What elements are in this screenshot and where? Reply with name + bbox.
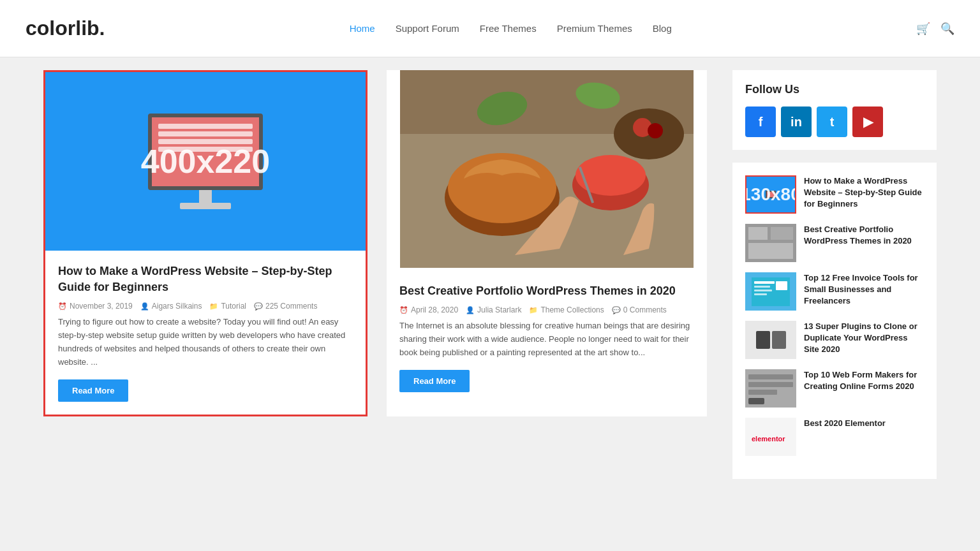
sidebar-image-size-label: 130x80 — [745, 184, 796, 205]
post-author-1: Aigars Silkains — [140, 302, 202, 311]
screen-line-1 — [158, 124, 253, 129]
nav-icon-group: 🛒 🔍 — [916, 22, 954, 36]
post-comments-1: 225 Comments — [254, 302, 317, 311]
recent-post-item-3: Top 12 Free Invoice Tools for Small Busi… — [745, 272, 924, 311]
svg-rect-20 — [754, 293, 767, 295]
post-title-2: Best Creative Portfolio WordPress Themes… — [399, 283, 694, 299]
recent-post-title-3[interactable]: Top 12 Free Invoice Tools for Small Busi… — [804, 272, 924, 307]
post-meta-2: April 28, 2020 Julia Starlark Theme Coll… — [399, 305, 694, 314]
post-title-1: How to Make a WordPress Website – Step-b… — [58, 263, 353, 295]
content-area: 400x220 How to Make a WordPress Website … — [43, 70, 707, 479]
recent-post-title-5[interactable]: Top 10 Web Form Makers for Creating Onli… — [804, 369, 924, 392]
recent-post-thumb-2[interactable] — [745, 224, 796, 262]
site-logo[interactable]: colorlib. — [26, 17, 105, 40]
recent-post-thumb-1[interactable]: 130x80 — [745, 175, 796, 214]
svg-rect-21 — [776, 281, 787, 290]
recent-post-item-4: 13 Super Plugins to Clone or Duplicate Y… — [745, 321, 924, 359]
thumb-plugins-4 — [745, 321, 796, 359]
recent-posts-section: 130x80 How to Make a WordPress Website –… — [732, 163, 937, 479]
post-author-2: Julia Starlark — [466, 305, 521, 314]
post-image-2 — [387, 70, 707, 268]
follow-us-section: Follow Us f in t ▶ — [732, 70, 937, 150]
screen-line-2 — [158, 131, 253, 136]
svg-rect-14 — [771, 227, 793, 240]
svg-rect-18 — [754, 286, 770, 288]
post-meta-1: November 3, 2019 Aigars Silkains Tutoria… — [58, 302, 353, 311]
svg-rect-23 — [748, 374, 793, 379]
invoice-thumb-svg — [752, 277, 790, 306]
post-excerpt-2: The Internet is an absolute blessing for… — [399, 320, 694, 359]
plugin-icon-1 — [756, 331, 770, 349]
portfolio-thumb-svg — [745, 224, 796, 262]
twitter-button[interactable]: t — [817, 107, 847, 137]
svg-text:elementor: elementor — [752, 435, 785, 443]
thumb-elementor-6: elementor — [745, 418, 796, 456]
main-container: 400x220 How to Make a WordPress Website … — [18, 57, 962, 492]
read-more-button-2[interactable]: Read More — [399, 370, 470, 392]
recent-post-title-1[interactable]: How to Make a WordPress Website – Step-b… — [804, 175, 924, 210]
recent-post-item-1: 130x80 How to Make a WordPress Website –… — [745, 175, 924, 214]
recent-post-title-6[interactable]: Best 2020 Elementor — [804, 418, 886, 429]
site-header: colorlib. Home Support Forum Free Themes… — [0, 0, 980, 57]
recent-post-thumb-5[interactable] — [745, 369, 796, 408]
sidebar: Follow Us f in t ▶ 130x80 How to Make a … — [732, 70, 937, 479]
elementor-thumb-svg: elementor — [748, 421, 793, 453]
post-body-2: Best Creative Portfolio WordPress Themes… — [387, 270, 707, 405]
posts-row: 400x220 How to Make a WordPress Website … — [43, 70, 707, 416]
recent-post-title-2[interactable]: Best Creative Portfolio WordPress Themes… — [804, 224, 924, 247]
recent-post-thumb-4[interactable] — [745, 321, 796, 359]
post-card-2: Best Creative Portfolio WordPress Themes… — [387, 70, 707, 416]
monitor-stand-neck — [199, 190, 212, 203]
svg-rect-24 — [748, 382, 793, 387]
cart-icon[interactable]: 🛒 — [916, 22, 930, 36]
svg-rect-15 — [748, 243, 793, 259]
main-nav: Home Support Forum Free Themes Premium T… — [350, 23, 672, 34]
post-image-wrapper-2[interactable] — [387, 70, 707, 270]
nav-free-themes[interactable]: Free Themes — [480, 23, 537, 34]
svg-rect-13 — [748, 227, 768, 240]
linkedin-button[interactable]: in — [781, 107, 812, 137]
post-body-1: How to Make a WordPress Website – Step-b… — [45, 251, 366, 415]
nav-premium-themes[interactable]: Premium Themes — [557, 23, 632, 34]
follow-us-title: Follow Us — [745, 83, 924, 96]
nav-blog[interactable]: Blog — [653, 23, 672, 34]
recent-post-title-4[interactable]: 13 Super Plugins to Clone or Duplicate Y… — [804, 321, 924, 356]
post-category-1: Tutorial — [209, 302, 246, 311]
svg-rect-19 — [754, 290, 772, 291]
recent-post-thumb-6[interactable]: elementor — [745, 418, 796, 456]
svg-point-9 — [648, 123, 663, 138]
youtube-button[interactable]: ▶ — [852, 107, 883, 137]
post-excerpt-1: Trying to figure out how to create a web… — [58, 316, 353, 369]
nav-support-forum[interactable]: Support Forum — [396, 23, 459, 34]
svg-rect-25 — [748, 390, 777, 395]
plugin-icon-2 — [772, 331, 786, 349]
post-date-1: November 3, 2019 — [58, 302, 133, 311]
recent-post-item-5: Top 10 Web Form Makers for Creating Onli… — [745, 369, 924, 408]
facebook-button[interactable]: f — [745, 107, 776, 137]
post-image-wrapper-1[interactable]: 400x220 — [45, 72, 366, 251]
social-icons: f in t ▶ — [745, 107, 924, 137]
post-card-1: 400x220 How to Make a WordPress Website … — [43, 70, 368, 416]
search-icon[interactable]: 🔍 — [940, 22, 954, 36]
svg-rect-17 — [754, 281, 775, 284]
read-more-button-1[interactable]: Read More — [58, 379, 128, 402]
thumb-invoice-3 — [745, 272, 796, 311]
recent-post-thumb-3[interactable] — [745, 272, 796, 311]
webforms-thumb-svg — [745, 369, 796, 408]
nav-home[interactable]: Home — [350, 23, 375, 34]
post-comments-2: 0 Comments — [612, 305, 667, 314]
post-category-2: Theme Collections — [529, 305, 604, 314]
recent-post-item-6: elementor Best 2020 Elementor — [745, 418, 924, 456]
monitor-stand-base — [180, 203, 231, 209]
image-size-label-1: 400x220 — [141, 142, 270, 180]
post-date-2: April 28, 2020 — [399, 305, 458, 314]
svg-point-5 — [575, 155, 646, 196]
recent-post-item-2: Best Creative Portfolio WordPress Themes… — [745, 224, 924, 262]
svg-rect-26 — [748, 398, 764, 404]
